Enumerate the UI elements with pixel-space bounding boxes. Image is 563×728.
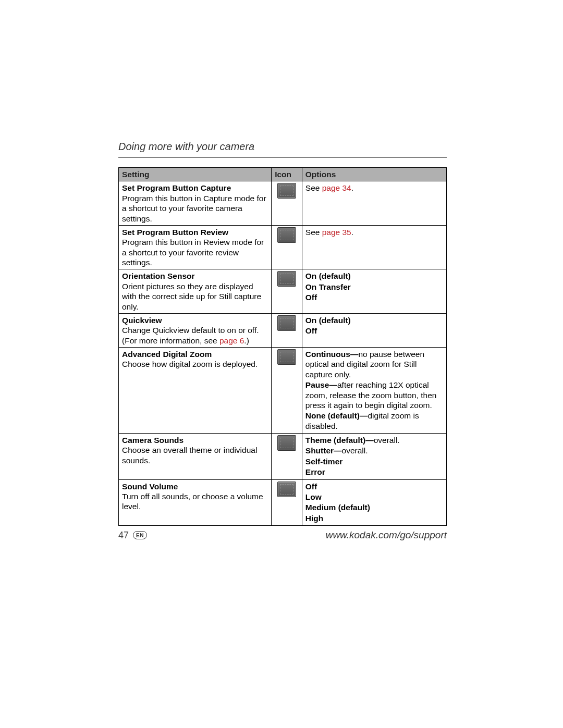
option: On (default) <box>305 315 443 325</box>
opt-text: overall. <box>374 436 400 445</box>
setting-title: Orientation Sensor <box>122 271 268 281</box>
option: Theme (default)—overall. <box>305 435 443 445</box>
option: On Transfer <box>305 282 443 292</box>
option: Continuous—no pause between optical and … <box>305 349 443 379</box>
page-number: 47 <box>118 530 129 541</box>
col-header-setting: Setting <box>119 168 272 181</box>
setting-title: Camera Sounds <box>122 435 268 445</box>
row-sounds: Camera Sounds Choose an overall theme or… <box>119 434 447 480</box>
option: Off <box>305 326 443 336</box>
table-header-row: Setting Icon Options <box>119 168 447 181</box>
option: Medium (default) <box>305 502 443 512</box>
orientation-icon <box>277 271 296 287</box>
option: Shutter—overall. <box>305 446 443 455</box>
capture-program-icon <box>277 183 296 199</box>
row-zoom: Advanced Digital Zoom Choose how digital… <box>119 348 447 434</box>
setting-desc: Change Quickview default to on or off. (… <box>122 325 268 346</box>
option: On (default) <box>305 271 443 281</box>
page-link-6[interactable]: page 6 <box>219 336 244 345</box>
row-orientation: Orientation Sensor Orient pictures so th… <box>119 269 447 314</box>
page-link-34[interactable]: page 34 <box>322 183 351 192</box>
settings-table: Setting Icon Options Set Program Button … <box>118 167 447 526</box>
desc-part2: .) <box>244 336 249 345</box>
dot: . <box>351 228 353 237</box>
opt-label: Theme (default)— <box>305 436 374 445</box>
option: Self-timer <box>305 456 443 466</box>
setting-title: Sound Volume <box>122 482 268 491</box>
option: High <box>305 513 443 523</box>
option: Error <box>305 467 443 477</box>
col-header-options: Options <box>302 168 446 181</box>
option: None (default)—digital zoom is disabled. <box>305 411 443 431</box>
setting-desc: Program this button in Capture mode for … <box>122 193 268 224</box>
opt-label: None (default)— <box>305 411 368 420</box>
option: Off <box>305 482 443 491</box>
setting-title: Quickview <box>122 315 268 325</box>
opt-label: Shutter— <box>305 446 342 455</box>
col-header-icon: Icon <box>272 168 302 181</box>
zoom-icon <box>277 349 296 365</box>
row-quickview: Quickview Change Quickview default to on… <box>119 313 447 347</box>
page-header: Doing more with your camera <box>118 141 447 155</box>
option: Off <box>305 292 443 302</box>
setting-desc: Choose an overall theme or individual so… <box>122 445 268 465</box>
quickview-icon <box>277 315 296 331</box>
row-capture: Set Program Button Capture Program this … <box>119 181 447 226</box>
opt-label: Continuous— <box>305 350 359 359</box>
row-review: Set Program Button Review Program this b… <box>119 225 447 269</box>
option: Pause—after reaching 12X optical zoom, r… <box>305 380 443 410</box>
setting-desc: Program this button in Review mode for a… <box>122 237 268 267</box>
setting-title: Set Program Button Capture <box>122 183 268 193</box>
dot: . <box>351 183 353 192</box>
row-volume: Sound Volume Turn off all sounds, or cho… <box>119 479 447 526</box>
header-rule <box>118 157 447 158</box>
setting-desc: Turn off all sounds, or choose a volume … <box>122 491 268 512</box>
see-text: See <box>305 228 322 237</box>
page-footer: 47 EN www.kodak.com/go/support <box>118 529 447 541</box>
page-link-35[interactable]: page 35 <box>322 228 351 237</box>
setting-desc: Choose how digital zoom is deployed. <box>122 359 268 369</box>
language-badge: EN <box>133 531 147 539</box>
setting-title: Advanced Digital Zoom <box>122 349 268 359</box>
sounds-icon <box>277 435 296 451</box>
opt-text: overall. <box>342 446 368 455</box>
option: Low <box>305 492 443 502</box>
volume-icon <box>277 482 296 497</box>
opt-label: Pause— <box>305 380 337 389</box>
support-url[interactable]: www.kodak.com/go/support <box>326 529 447 541</box>
see-text: See <box>305 183 322 192</box>
setting-desc: Orient pictures so they are displayed wi… <box>122 281 268 312</box>
review-program-icon <box>277 227 296 243</box>
setting-title: Set Program Button Review <box>122 227 268 237</box>
